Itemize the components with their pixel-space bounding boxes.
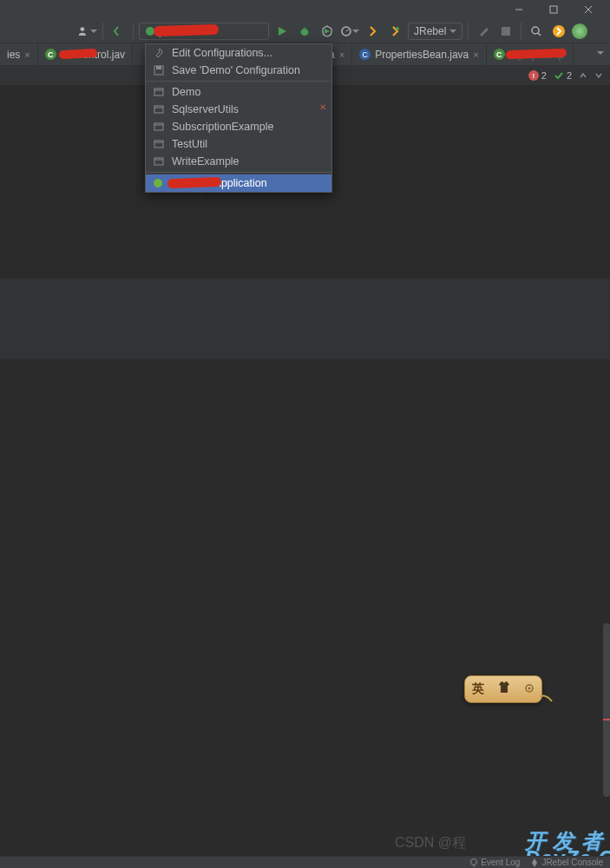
svg-rect-21 bbox=[154, 106, 163, 113]
save-configuration-item[interactable]: Save 'Demo' Configuration bbox=[146, 62, 331, 79]
save-icon bbox=[153, 65, 165, 76]
close-icon[interactable]: × bbox=[339, 49, 344, 60]
warning-number: 2 bbox=[567, 70, 572, 81]
menu-label: SubscriptionExample bbox=[172, 121, 273, 133]
app-icon bbox=[153, 139, 165, 149]
ime-indicator[interactable]: 英 bbox=[464, 675, 542, 703]
class-icon: C bbox=[45, 49, 56, 60]
ime-tail-icon bbox=[540, 694, 554, 705]
close-button[interactable] bbox=[571, 0, 606, 19]
error-badge-icon: ✕ bbox=[319, 102, 326, 112]
svg-point-12 bbox=[396, 27, 399, 30]
build-icon[interactable] bbox=[474, 22, 493, 41]
class-icon: C bbox=[359, 49, 371, 60]
menu-label: Demo bbox=[172, 86, 200, 98]
avatar-icon[interactable] bbox=[572, 23, 587, 39]
tab-mysql[interactable]: C MysqlDump bbox=[487, 43, 574, 65]
svg-rect-18 bbox=[156, 66, 161, 69]
svg-point-6 bbox=[301, 29, 308, 36]
config-writeexample[interactable]: WriteExample bbox=[146, 153, 331, 170]
main-toolbar: plication JRebel bbox=[0, 19, 610, 43]
error-count[interactable]: ! 2 bbox=[528, 70, 547, 81]
svg-point-29 bbox=[154, 179, 162, 187]
app-icon bbox=[153, 87, 165, 97]
edit-configurations-item[interactable]: Edit Configurations... bbox=[146, 44, 331, 62]
tab-label: ies bbox=[7, 49, 20, 61]
app-icon bbox=[153, 104, 165, 115]
menu-label: TestUtil bbox=[172, 138, 207, 150]
class-icon: C bbox=[494, 49, 505, 60]
config-sqlserverutils[interactable]: SqlserverUtils ✕ bbox=[146, 101, 331, 118]
devze-watermark: 开 发 者 DevZe.CoM bbox=[525, 827, 603, 855]
gear-icon[interactable] bbox=[524, 681, 535, 697]
svg-point-32 bbox=[471, 858, 477, 865]
svg-rect-1 bbox=[550, 6, 557, 13]
editor-area[interactable] bbox=[0, 85, 610, 856]
svg-point-16 bbox=[553, 25, 565, 37]
wrench-icon bbox=[153, 48, 165, 58]
debug-icon[interactable] bbox=[295, 22, 314, 41]
menu-label: Application bbox=[214, 177, 267, 189]
run-icon[interactable] bbox=[272, 22, 292, 41]
tab-ies[interactable]: ies × bbox=[0, 43, 38, 65]
users-icon[interactable] bbox=[78, 22, 97, 41]
menu-label: Edit Configurations... bbox=[172, 47, 272, 59]
run-configuration-selector[interactable]: plication bbox=[139, 23, 269, 40]
run-config-dropdown: Edit Configurations... Save 'Demo' Confi… bbox=[145, 43, 332, 193]
jrebel-run-icon[interactable] bbox=[363, 22, 382, 41]
jrebel-console-label: JRebel Console bbox=[541, 858, 603, 867]
tab-label: PropertiesBean.java bbox=[375, 49, 469, 61]
minimize-button[interactable] bbox=[502, 0, 536, 19]
error-number: 2 bbox=[541, 70, 547, 81]
search-icon[interactable] bbox=[527, 22, 546, 41]
menu-separator bbox=[146, 81, 331, 82]
title-bar bbox=[0, 0, 610, 19]
app-icon bbox=[153, 156, 165, 167]
coverage-icon[interactable] bbox=[318, 22, 337, 41]
shirt-icon bbox=[497, 681, 511, 697]
bottom-status-bar: Event Log JRebel Console bbox=[0, 856, 610, 868]
tab-control[interactable]: C Ye Control.jav bbox=[38, 43, 133, 65]
config-selected-application[interactable]: XXXXXXApplication bbox=[146, 174, 331, 192]
jrebel-label: JRebel bbox=[414, 25, 446, 37]
spring-icon bbox=[153, 178, 164, 188]
menu-separator bbox=[146, 172, 331, 173]
rocket-icon bbox=[530, 858, 539, 867]
scrollbar[interactable] bbox=[603, 623, 610, 797]
error-icon: ! bbox=[528, 70, 539, 81]
config-testutil[interactable]: TestUtil bbox=[146, 135, 331, 153]
csdn-watermark: CSDN @程 bbox=[395, 834, 466, 852]
balloon-icon bbox=[469, 858, 478, 867]
menu-label: Save 'Demo' Configuration bbox=[172, 64, 300, 76]
code-folding-region bbox=[0, 279, 610, 359]
jrebel-icon[interactable] bbox=[549, 22, 568, 41]
svg-line-15 bbox=[538, 33, 541, 36]
tab-properties-bean[interactable]: C PropertiesBean.java × bbox=[352, 43, 487, 65]
svg-rect-13 bbox=[502, 27, 510, 36]
app-icon bbox=[153, 122, 165, 132]
config-subscriptionexample[interactable]: SubscriptionExample bbox=[146, 118, 331, 135]
check-icon bbox=[554, 70, 564, 81]
error-marker[interactable] bbox=[603, 719, 610, 720]
jrebel-console-button[interactable]: JRebel Console bbox=[530, 858, 603, 867]
event-log-button[interactable]: Event Log bbox=[469, 858, 520, 867]
event-log-label: Event Log bbox=[481, 858, 520, 867]
tabs-more-icon[interactable] bbox=[591, 43, 610, 62]
config-demo[interactable]: Demo bbox=[146, 83, 331, 101]
jrebel-selector[interactable]: JRebel bbox=[408, 23, 462, 40]
stop-icon[interactable] bbox=[496, 22, 515, 41]
menu-label: WriteExample bbox=[172, 155, 239, 168]
warning-count[interactable]: 2 bbox=[554, 70, 572, 81]
profile-icon[interactable] bbox=[340, 22, 359, 41]
svg-point-4 bbox=[80, 27, 84, 31]
expand-up-icon[interactable] bbox=[579, 71, 587, 80]
menu-label: SqlserverUtils bbox=[172, 103, 239, 115]
close-icon[interactable]: × bbox=[24, 49, 30, 60]
svg-line-11 bbox=[346, 30, 349, 31]
back-icon[interactable] bbox=[108, 22, 128, 41]
close-icon[interactable]: × bbox=[473, 49, 478, 60]
jrebel-debug-icon[interactable] bbox=[385, 22, 404, 41]
ime-lang: 英 bbox=[472, 681, 484, 697]
expand-down-icon[interactable] bbox=[594, 71, 603, 80]
maximize-button[interactable] bbox=[536, 0, 571, 19]
